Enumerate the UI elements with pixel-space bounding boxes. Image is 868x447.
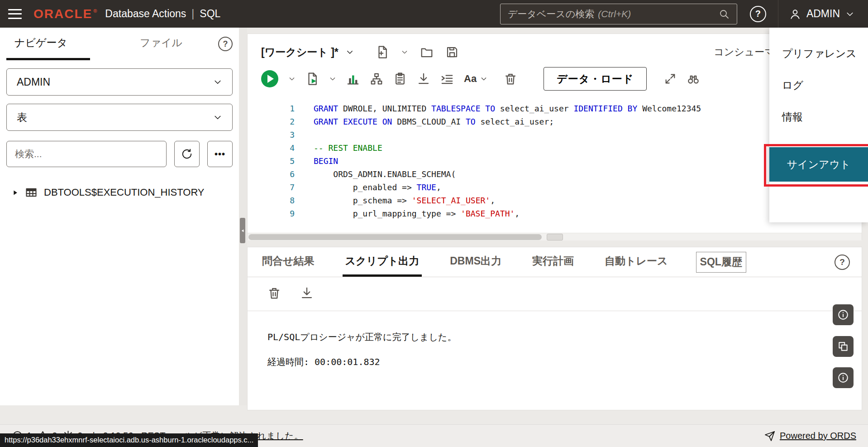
rocket-icon bbox=[764, 431, 775, 442]
menu-item-log[interactable]: ログ bbox=[769, 69, 868, 101]
collapse-sidebar-handle[interactable] bbox=[240, 218, 245, 243]
search-placeholder: データベースの検索 bbox=[508, 8, 594, 20]
new-worksheet-dropdown-button[interactable] bbox=[401, 48, 408, 56]
results-help-button[interactable]: ? bbox=[835, 255, 850, 270]
menu-item-about[interactable]: 情報 bbox=[769, 101, 868, 133]
chevron-down-icon bbox=[480, 75, 487, 82]
download-query-button[interactable] bbox=[417, 72, 430, 86]
tab-autotrace[interactable]: 自動トレース bbox=[602, 247, 671, 277]
more-actions-button[interactable]: ••• bbox=[207, 141, 233, 167]
panel-splitter-grip[interactable] bbox=[547, 234, 563, 240]
copy-output-button[interactable] bbox=[833, 336, 854, 357]
line-number: 9 bbox=[248, 207, 295, 220]
run-script-icon bbox=[305, 72, 319, 86]
object-type-select[interactable]: 表 bbox=[6, 104, 233, 131]
user-menu-button[interactable]: ADMIN bbox=[778, 0, 868, 28]
script-output: PL/SQLプロシージャが正常に完了しました。 経過時間: 00:00:01.8… bbox=[248, 311, 862, 368]
clear-worksheet-button[interactable] bbox=[504, 72, 517, 86]
worksheet-title: [ワークシート ]* bbox=[261, 45, 339, 59]
clear-output-button[interactable] bbox=[267, 286, 281, 300]
scrollbar-thumb[interactable] bbox=[248, 234, 542, 240]
play-icon bbox=[267, 75, 274, 83]
caret-right-icon[interactable] bbox=[12, 189, 19, 196]
chevron-down-icon bbox=[401, 48, 408, 56]
run-script-dropdown-button[interactable] bbox=[329, 75, 336, 82]
worksheet-title-dropdown[interactable]: [ワークシート ]* bbox=[261, 45, 354, 59]
chevron-down-icon bbox=[346, 48, 354, 56]
explain-plan-button[interactable] bbox=[346, 72, 360, 86]
chevron-down-icon bbox=[213, 77, 222, 87]
trash-icon bbox=[267, 286, 281, 300]
run-dropdown-button[interactable] bbox=[288, 75, 296, 82]
binoculars-icon bbox=[687, 72, 700, 86]
sidebar-help-button[interactable]: ? bbox=[218, 37, 233, 51]
caret-left-icon bbox=[241, 229, 245, 233]
help-button[interactable]: ? bbox=[750, 6, 766, 22]
hierarchy-icon bbox=[370, 72, 383, 86]
menu-item-preferences[interactable]: プリファレンス bbox=[769, 38, 868, 69]
hamburger-menu-button[interactable] bbox=[8, 9, 22, 19]
maximize-button[interactable] bbox=[664, 72, 677, 85]
new-worksheet-button[interactable] bbox=[376, 45, 389, 59]
user-name: ADMIN bbox=[806, 8, 840, 20]
tab-sql-history[interactable]: SQL履歴 bbox=[696, 252, 746, 273]
tab-query-result[interactable]: 問合せ結果 bbox=[259, 247, 317, 277]
title-separator: | bbox=[191, 8, 194, 20]
line-number: 2 bbox=[248, 115, 295, 128]
search-icon bbox=[719, 9, 730, 19]
tab-dbms-output[interactable]: DBMS出力 bbox=[447, 247, 504, 277]
tab-navigator[interactable]: ナビゲータ bbox=[6, 28, 90, 60]
line-number: 5 bbox=[248, 154, 295, 168]
powered-by-ords-link[interactable]: Powered by ORDS bbox=[764, 431, 856, 442]
database-search-input[interactable]: データベースの検索 (Ctrl+K) bbox=[500, 4, 737, 24]
data-load-button[interactable]: データ・ロード bbox=[544, 67, 647, 91]
autotrace-button[interactable] bbox=[370, 72, 383, 86]
chevron-down-icon bbox=[213, 113, 222, 122]
run-statement-button[interactable] bbox=[261, 70, 278, 87]
ellipsis-icon: ••• bbox=[215, 149, 225, 159]
horizontal-scrollbar[interactable] bbox=[248, 233, 862, 240]
sidebar-splitter[interactable] bbox=[239, 28, 247, 405]
object-type-select-value: 表 bbox=[17, 111, 27, 125]
format-icon bbox=[440, 72, 454, 86]
schema-select-value: ADMIN bbox=[17, 76, 50, 88]
download-icon bbox=[417, 72, 430, 86]
save-button[interactable] bbox=[445, 45, 459, 59]
chart-icon bbox=[346, 72, 360, 86]
maximize-icon bbox=[664, 72, 677, 85]
tree-item[interactable]: DBTOOLS$EXECUTION_HISTORY bbox=[6, 186, 233, 199]
tab-explain-plan[interactable]: 実行計画 bbox=[529, 247, 577, 277]
sidebar-tabs: ナビゲータ ファイル ? bbox=[6, 28, 233, 60]
download-icon bbox=[300, 286, 314, 300]
refresh-button[interactable] bbox=[174, 141, 200, 167]
copy-icon bbox=[837, 341, 849, 352]
sidebar-search-input[interactable] bbox=[6, 141, 167, 167]
code-gutter: 123456789 bbox=[248, 98, 295, 233]
format-button[interactable] bbox=[440, 72, 454, 86]
user-icon bbox=[789, 8, 801, 20]
tree-item-label: DBTOOLS$EXECUTION_HISTORY bbox=[44, 187, 205, 198]
sign-out-button[interactable]: サインアウト bbox=[769, 147, 868, 182]
tab-script-output[interactable]: スクリプト出力 bbox=[343, 247, 422, 277]
sql-history-button[interactable] bbox=[393, 72, 407, 86]
download-output-button[interactable] bbox=[300, 286, 314, 300]
object-tree: DBTOOLS$EXECUTION_HISTORY bbox=[6, 186, 233, 199]
oracle-logo: ORACLE® bbox=[33, 7, 98, 21]
table-icon bbox=[25, 186, 38, 199]
new-file-icon bbox=[376, 45, 389, 59]
schema-select[interactable]: ADMIN bbox=[6, 68, 233, 96]
font-size-button[interactable]: Aa bbox=[464, 73, 487, 85]
results-panel: 問合せ結果 スクリプト出力 DBMS出力 実行計画 自動トレース SQL履歴 ?… bbox=[247, 247, 862, 410]
search-shortcut-hint: (Ctrl+K) bbox=[598, 9, 631, 19]
line-number: 6 bbox=[248, 168, 295, 181]
tab-files[interactable]: ファイル bbox=[132, 28, 188, 60]
line-number: 3 bbox=[248, 128, 295, 141]
line-number: 4 bbox=[248, 141, 295, 154]
run-script-button[interactable] bbox=[305, 72, 319, 86]
link-preview-tooltip: https://p36dah33ehxmnrf-selectaioci.adb.… bbox=[0, 433, 258, 447]
open-file-button[interactable] bbox=[420, 45, 434, 59]
line-number: 7 bbox=[248, 181, 295, 194]
output-details-button[interactable] bbox=[833, 367, 854, 388]
output-info-button[interactable] bbox=[833, 304, 854, 325]
find-button[interactable] bbox=[687, 72, 700, 86]
